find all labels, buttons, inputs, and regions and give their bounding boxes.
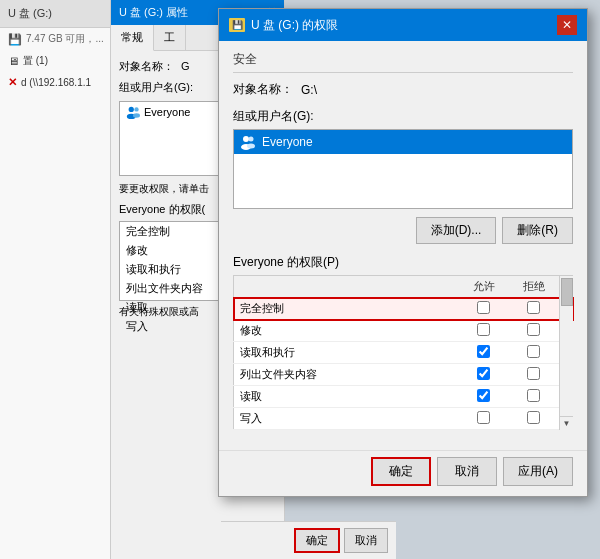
perm-deny-4[interactable] bbox=[509, 386, 559, 408]
perm-row-2: 读取和执行 bbox=[234, 342, 573, 364]
dialog-title: U 盘 (G:) 的权限 bbox=[251, 17, 338, 34]
perm-row-1: 修改 bbox=[234, 320, 573, 342]
perm-table-body: 完全控制修改读取和执行列出文件夹内容读取写入 bbox=[234, 298, 573, 430]
checkbox-allow-5[interactable] bbox=[477, 411, 490, 424]
perm-name-3: 列出文件夹内容 bbox=[234, 364, 459, 386]
perm-allow-0[interactable] bbox=[459, 298, 509, 320]
perm-col-name bbox=[234, 276, 459, 298]
user-name-everyone: Everyone bbox=[262, 135, 313, 149]
dialog-body: 安全 对象名称： G:\ 组或用户名(G): Everyone bbox=[219, 41, 587, 450]
bg-tab-other[interactable]: 工 bbox=[154, 25, 186, 50]
user-item-everyone[interactable]: Everyone bbox=[234, 130, 572, 154]
perm-name-1: 修改 bbox=[234, 320, 459, 342]
checkbox-allow-1[interactable] bbox=[477, 323, 490, 336]
add-button[interactable]: 添加(D)... bbox=[416, 217, 497, 244]
permissions-dialog: 💾 U 盘 (G:) 的权限 ✕ 安全 对象名称： G:\ 组或用户名(G): bbox=[218, 8, 588, 497]
svg-point-6 bbox=[249, 137, 254, 142]
bg-left-item-3: ✕ d (\\192.168.1.1 bbox=[0, 72, 120, 93]
perm-table-header: 允许 拒绝 bbox=[234, 276, 573, 298]
checkbox-allow-2[interactable] bbox=[477, 345, 490, 358]
dialog-titlebar: 💾 U 盘 (G:) 的权限 ✕ bbox=[219, 9, 587, 41]
perm-allow-2[interactable] bbox=[459, 342, 509, 364]
bg-tab-general[interactable]: 常规 bbox=[111, 25, 154, 51]
bg-left-title: U 盘 (G:) bbox=[0, 0, 120, 28]
dialog-footer: 确定 取消 应用(A) bbox=[219, 450, 587, 496]
user-list: Everyone bbox=[233, 129, 573, 209]
ok-button[interactable]: 确定 bbox=[371, 457, 431, 486]
scroll-down-arrow[interactable]: ▼ bbox=[560, 416, 573, 430]
perm-name-5: 写入 bbox=[234, 408, 459, 430]
perm-col-deny: 拒绝 bbox=[509, 276, 559, 298]
perm-name-2: 读取和执行 bbox=[234, 342, 459, 364]
checkbox-allow-3[interactable] bbox=[477, 367, 490, 380]
scrollbar-thumb[interactable] bbox=[561, 278, 573, 306]
permissions-table: 允许 拒绝 完全控制修改读取和执行列出文件夹内容读取写入 bbox=[233, 275, 573, 430]
object-name-row: 对象名称： G:\ bbox=[233, 81, 573, 98]
checkbox-allow-4[interactable] bbox=[477, 389, 490, 402]
checkbox-deny-1[interactable] bbox=[527, 323, 540, 336]
perm-allow-5[interactable] bbox=[459, 408, 509, 430]
perm-row-4: 读取 bbox=[234, 386, 573, 408]
perm-allow-4[interactable] bbox=[459, 386, 509, 408]
perm-allow-1[interactable] bbox=[459, 320, 509, 342]
perm-deny-0[interactable] bbox=[509, 298, 559, 320]
cancel-button[interactable]: 取消 bbox=[437, 457, 497, 486]
perm-row-3: 列出文件夹内容 bbox=[234, 364, 573, 386]
svg-point-7 bbox=[247, 144, 255, 149]
checkbox-deny-4[interactable] bbox=[527, 389, 540, 402]
checkbox-deny-3[interactable] bbox=[527, 367, 540, 380]
security-label: 安全 bbox=[233, 51, 573, 68]
remove-button[interactable]: 删除(R) bbox=[502, 217, 573, 244]
perm-deny-5[interactable] bbox=[509, 408, 559, 430]
checkbox-allow-0[interactable] bbox=[477, 301, 490, 314]
perm-name-0: 完全控制 bbox=[234, 298, 459, 320]
bg-ok-button[interactable]: 确定 bbox=[294, 528, 340, 553]
perm-allow-3[interactable] bbox=[459, 364, 509, 386]
perm-table-container: 允许 拒绝 完全控制修改读取和执行列出文件夹内容读取写入 ▼ bbox=[233, 275, 573, 430]
bg-left-item-2: 🖥 置 (1) bbox=[0, 50, 120, 72]
bg-cancel-button[interactable]: 取消 bbox=[344, 528, 388, 553]
checkbox-deny-2[interactable] bbox=[527, 345, 540, 358]
apply-button[interactable]: 应用(A) bbox=[503, 457, 573, 486]
perm-row-5: 写入 bbox=[234, 408, 573, 430]
bg-left-item-1: 💾 7.47 GB 可用，... bbox=[0, 28, 120, 50]
svg-point-3 bbox=[133, 113, 140, 117]
perm-col-allow: 允许 bbox=[459, 276, 509, 298]
perm-deny-3[interactable] bbox=[509, 364, 559, 386]
object-value: G:\ bbox=[301, 83, 317, 97]
title-left: 💾 U 盘 (G:) 的权限 bbox=[229, 17, 338, 34]
svg-point-2 bbox=[134, 107, 138, 111]
bg-mid-footer: 确定 取消 bbox=[221, 521, 396, 559]
scrollbar-track[interactable]: ▼ bbox=[559, 275, 573, 430]
group-label: 组或用户名(G): bbox=[233, 108, 573, 125]
svg-point-0 bbox=[129, 107, 134, 112]
drive-icon: 💾 bbox=[229, 18, 245, 32]
close-button[interactable]: ✕ bbox=[557, 15, 577, 35]
checkbox-deny-5[interactable] bbox=[527, 411, 540, 424]
checkbox-deny-0[interactable] bbox=[527, 301, 540, 314]
perm-deny-1[interactable] bbox=[509, 320, 559, 342]
object-label: 对象名称： bbox=[233, 81, 293, 98]
user-avatar-everyone bbox=[240, 134, 256, 150]
perm-row-0: 完全控制 bbox=[234, 298, 573, 320]
user-action-buttons: 添加(D)... 删除(R) bbox=[233, 217, 573, 244]
perm-name-4: 读取 bbox=[234, 386, 459, 408]
perm-section-label: Everyone 的权限(P) bbox=[233, 254, 573, 271]
perm-deny-2[interactable] bbox=[509, 342, 559, 364]
svg-point-4 bbox=[243, 136, 249, 142]
background-left-panel: U 盘 (G:) 💾 7.47 GB 可用，... 🖥 置 (1) ✕ d (\… bbox=[0, 0, 120, 559]
